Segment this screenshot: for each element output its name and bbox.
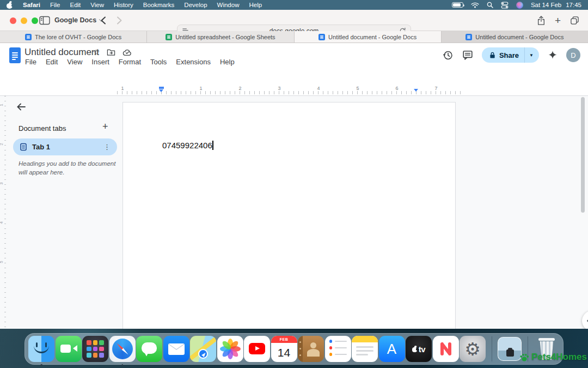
menu-bar-clock[interactable]: Sat 14 Feb17:45: [531, 2, 581, 8]
dock-icon-apple-tv[interactable]: tv: [406, 336, 432, 362]
dock-downloads-thumbnail[interactable]: [498, 337, 522, 361]
dock-icon-system-settings[interactable]: ⚙: [460, 336, 486, 362]
menu-edit[interactable]: Edit: [70, 2, 81, 8]
document-tabs-title: Document tabs: [19, 124, 66, 132]
google-docs-favicon: [25, 34, 32, 40]
dock-icon-app-store[interactable]: A: [379, 336, 405, 362]
battery-icon[interactable]: [452, 2, 463, 8]
docs-menu-view[interactable]: View: [67, 58, 82, 66]
tab-document-icon: [20, 143, 27, 151]
dock-icon-youtube[interactable]: [244, 336, 270, 362]
macos-menu-bar: Safari File Edit View History Bookmarks …: [0, 0, 588, 10]
share-label: Share: [499, 51, 519, 59]
dock-icon-messages[interactable]: [136, 336, 162, 362]
window-close-button[interactable]: [10, 17, 16, 24]
wifi-icon[interactable]: [471, 2, 479, 8]
safari-tab-strip: The lore of OVHT - Google Docs Untitled …: [0, 31, 588, 43]
document-page[interactable]: 07459922406: [122, 102, 456, 329]
google-docs-favicon: [465, 34, 472, 40]
docs-header: Untitled document ☆ File Edit View Inser…: [0, 43, 588, 70]
tab-group-dropdown[interactable]: Google Docs: [54, 16, 103, 24]
dock-icon-mail[interactable]: [163, 336, 189, 362]
dock-icon-safari[interactable]: [109, 336, 136, 362]
docs-menu-bar: File Edit View Insert Format Tools Exten…: [25, 58, 235, 66]
forward-button[interactable]: [117, 16, 122, 25]
spotlight-search-icon[interactable]: [487, 2, 493, 8]
back-button[interactable]: [100, 16, 106, 25]
document-workspace: 1 2 3 4 5 07459922406 Document tabs + Ta…: [0, 96, 588, 329]
safari-tab-2[interactable]: Untitled spreadsheet - Google Sheets: [147, 31, 294, 43]
ruler-ticks: [117, 91, 461, 94]
document-text-line[interactable]: 07459922406: [162, 141, 213, 150]
hide-document-tabs-button[interactable]: [16, 102, 26, 111]
comments-icon[interactable]: [462, 50, 473, 61]
dock-icon-notes[interactable]: [352, 336, 378, 362]
share-dropdown-caret[interactable]: ▼: [525, 53, 539, 58]
tab-title: Untitled spreadsheet - Google Sheets: [175, 34, 275, 40]
apple-menu-icon[interactable]: [7, 2, 13, 9]
tab-options-kebab-icon[interactable]: ⋮: [103, 143, 111, 151]
menu-history[interactable]: History: [114, 2, 133, 8]
dock-icon-news[interactable]: [433, 336, 459, 362]
right-indent-marker[interactable]: [414, 89, 418, 92]
account-avatar[interactable]: D: [566, 48, 580, 62]
docs-menu-insert[interactable]: Insert: [91, 58, 109, 66]
pets4homes-logo-icon: [519, 352, 530, 363]
cloud-status-icon[interactable]: [122, 49, 132, 56]
control-center-icon[interactable]: [501, 2, 509, 9]
menu-develop[interactable]: Develop: [184, 2, 207, 8]
tab-overview-icon[interactable]: [570, 16, 579, 25]
dock-icon-reminders[interactable]: [325, 336, 351, 362]
safari-tab-3-active[interactable]: Untitled document - Google Docs: [295, 31, 442, 43]
docs-menu-extensions[interactable]: Extensions: [176, 58, 211, 66]
document-scrollbar[interactable]: [581, 97, 585, 213]
menu-safari[interactable]: Safari: [23, 2, 40, 8]
dock-icon-calendar[interactable]: FEB 14: [271, 336, 297, 362]
version-history-icon[interactable]: [442, 50, 454, 61]
text-cursor: [212, 141, 213, 150]
dock-icon-finder[interactable]: [28, 336, 54, 362]
safari-toolbar: Google Docs docs.google.com +: [0, 10, 588, 31]
move-folder-icon[interactable]: [107, 49, 115, 56]
menu-file[interactable]: File: [50, 2, 60, 8]
safari-tab-1[interactable]: The lore of OVHT - Google Docs: [0, 31, 147, 43]
dock-icon-contacts[interactable]: [298, 336, 324, 362]
dock-icon-launchpad[interactable]: [82, 336, 108, 362]
dock-icon-photos[interactable]: [217, 336, 243, 362]
left-indent-marker[interactable]: [159, 87, 164, 92]
side-panel-toggle-button[interactable]: [582, 311, 588, 331]
document-title[interactable]: Untitled document: [24, 47, 99, 58]
docs-menu-format[interactable]: Format: [119, 58, 141, 66]
google-docs-logo-icon[interactable]: [9, 47, 21, 63]
add-document-tab-button[interactable]: +: [102, 121, 108, 132]
vertical-ruler[interactable]: 1 2 3 4 5: [0, 96, 6, 329]
docs-menu-edit[interactable]: Edit: [46, 58, 58, 66]
document-tab-1[interactable]: Tab 1 ⋮: [13, 138, 117, 155]
sidebar-toggle-icon[interactable]: [39, 16, 50, 25]
pets4homes-watermark: Pets4Homes: [519, 352, 587, 363]
desktop-wallpaper: FEB 14 A tv ⚙: [0, 329, 588, 368]
window-zoom-button[interactable]: [32, 17, 38, 24]
dock-icon-facetime[interactable]: [56, 336, 82, 362]
google-sheets-favicon: [166, 34, 172, 40]
star-icon[interactable]: ☆: [93, 48, 100, 56]
horizontal-ruler[interactable]: 1 1 2 3 4 5 6 7: [0, 86, 588, 96]
gemini-icon[interactable]: [548, 50, 558, 60]
share-icon[interactable]: [537, 15, 546, 26]
dock-divider: [492, 336, 492, 361]
menu-bookmarks[interactable]: Bookmarks: [143, 2, 175, 8]
new-tab-icon[interactable]: +: [555, 15, 561, 26]
menu-help[interactable]: Help: [249, 2, 262, 8]
window-minimize-button[interactable]: [21, 17, 27, 24]
dock: FEB 14 A tv ⚙: [24, 333, 564, 365]
docs-menu-tools[interactable]: Tools: [150, 58, 167, 66]
docs-menu-help[interactable]: Help: [220, 58, 235, 66]
menu-window[interactable]: Window: [217, 2, 240, 8]
siri-icon[interactable]: [516, 2, 523, 9]
safari-tab-4[interactable]: Untitled document - Google Docs: [442, 31, 588, 43]
share-button[interactable]: Share ▼: [482, 47, 539, 63]
dock-icon-maps[interactable]: [190, 336, 216, 362]
docs-menu-file[interactable]: File: [25, 58, 36, 66]
menu-view[interactable]: View: [90, 2, 104, 8]
google-docs-favicon: [318, 34, 325, 40]
